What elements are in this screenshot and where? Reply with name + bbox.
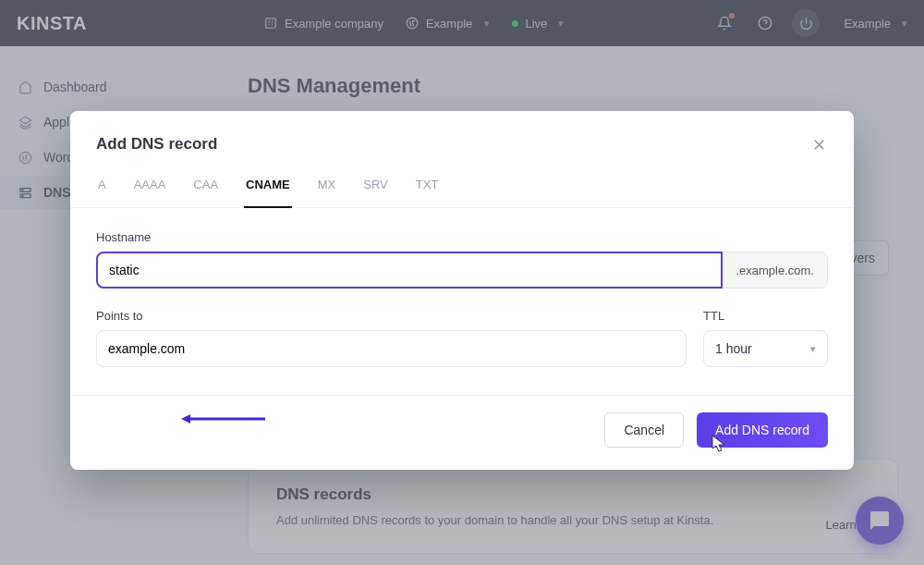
points-to-label: Points to: [96, 309, 687, 323]
close-icon[interactable]: ✕: [812, 135, 826, 155]
modal-overlay: Add DNS record ✕ A AAAA CAA CNAME MX SRV…: [0, 0, 924, 565]
hostname-input[interactable]: [96, 252, 723, 289]
tab-srv[interactable]: SRV: [361, 168, 390, 207]
tab-aaaa[interactable]: AAAA: [132, 168, 168, 207]
hostname-suffix: .example.com.: [723, 252, 828, 289]
ttl-label: TTL: [703, 309, 828, 323]
modal-title: Add DNS record: [96, 135, 217, 155]
ttl-select[interactable]: 1 hour ▾: [703, 330, 828, 367]
points-to-input[interactable]: [96, 330, 687, 367]
tab-caa[interactable]: CAA: [191, 168, 220, 207]
tab-a[interactable]: A: [96, 168, 108, 207]
add-dns-record-button[interactable]: Add DNS record: [697, 412, 828, 448]
tab-txt[interactable]: TXT: [414, 168, 441, 207]
tab-mx[interactable]: MX: [316, 168, 338, 207]
record-type-tabs: A AAAA CAA CNAME MX SRV TXT: [70, 168, 854, 208]
cancel-button[interactable]: Cancel: [604, 412, 684, 448]
add-dns-record-modal: Add DNS record ✕ A AAAA CAA CNAME MX SRV…: [70, 111, 854, 470]
tab-cname[interactable]: CNAME: [244, 168, 292, 208]
hostname-label: Hostname: [96, 230, 828, 244]
chevron-down-icon: ▾: [810, 343, 816, 355]
ttl-value: 1 hour: [715, 341, 752, 356]
